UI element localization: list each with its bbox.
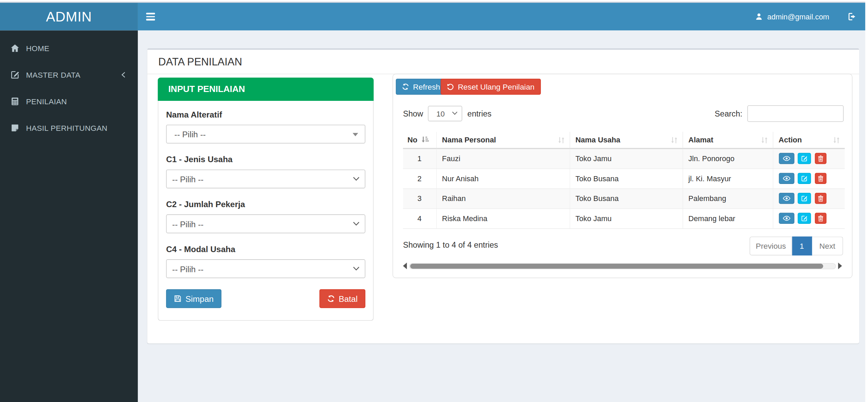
scroll-left-arrow-icon[interactable] [403, 263, 407, 269]
showing-entries-text: Showing 1 to 4 of 4 entries [403, 241, 498, 249]
pagination: Previous 1 Next [750, 236, 843, 255]
cell-nama-usaha: Toko Busana [569, 188, 682, 208]
edit-icon [801, 175, 808, 182]
table-row: 3 Raihan Toko Busana Palembang [403, 188, 845, 208]
table-row: 2 Nur Anisah Toko Busana jl. Ki. Masyur [403, 168, 845, 188]
column-header-no[interactable]: No [403, 132, 436, 149]
sidebar-item-master-data[interactable]: MASTER DATA [0, 62, 138, 88]
brand-logo[interactable]: ADMIN [0, 3, 138, 30]
field-label-c2: C2 - Jumlah Pekerja [166, 199, 365, 209]
entries-label: entries [467, 109, 492, 118]
refresh-button[interactable]: Refresh [396, 79, 446, 95]
panel-title: INPUT PENILAIAN [158, 78, 373, 101]
content-area: DATA PENILAIAN INPUT PENILAIAN Nama Alte… [138, 30, 868, 402]
edit-icon [801, 215, 808, 222]
trash-icon [818, 175, 824, 182]
cell-alamat: Jln. Ponorogo [682, 149, 773, 169]
sidebar-item-penilaian[interactable]: PENILAIAN [0, 88, 138, 115]
cell-alamat: Demang lebar [682, 208, 773, 228]
cell-action [773, 168, 845, 188]
sort-both-icon [670, 136, 678, 144]
save-button-label: Simpan [186, 294, 214, 304]
entries-length-control: Show 10 entries [403, 106, 492, 122]
edit-button[interactable] [798, 193, 811, 204]
edit-button[interactable] [798, 153, 811, 164]
search-input[interactable] [747, 105, 843, 122]
home-icon [9, 44, 21, 52]
pagination-previous[interactable]: Previous [750, 236, 792, 255]
note-icon [9, 124, 21, 133]
cell-action [773, 188, 845, 208]
save-button[interactable]: Simpan [166, 289, 221, 308]
delete-button[interactable] [815, 213, 826, 224]
sidebar-item-label: HOME [26, 44, 49, 52]
sidebar-item-hasil-perhitungan[interactable]: HASIL PERHITUNGAN [0, 115, 138, 141]
sidebar-item-home[interactable]: HOME [0, 35, 138, 61]
column-header-alamat[interactable]: Alamat [682, 132, 773, 149]
column-label: Alamat [688, 136, 713, 144]
table-header-row: NoNama PersonalNama UsahaAlamatAction [403, 132, 845, 149]
select-value: -- Pilih -- [174, 129, 206, 139]
navbar-right: admin@gmail.com [745, 3, 868, 30]
delete-button[interactable] [815, 173, 826, 184]
data-penilaian-card: DATA PENILAIAN INPUT PENILAIAN Nama Alte… [147, 48, 859, 343]
sidebar-item-label: MASTER DATA [26, 71, 80, 79]
sort-both-icon [760, 136, 768, 144]
search-label: Search: [715, 109, 742, 118]
sidebar-toggle-button[interactable] [138, 3, 163, 30]
column-label: No [407, 136, 417, 144]
scroll-right-arrow-icon[interactable] [838, 263, 842, 269]
field-label-nama-alteratif: Nama Alteratif [166, 110, 365, 119]
column-label: Nama Personal [442, 136, 496, 144]
chevron-left-icon [120, 71, 127, 79]
signout-button[interactable] [839, 3, 865, 30]
cell-nama-personal: Raihan [436, 188, 570, 208]
cell-no: 4 [403, 208, 436, 228]
sign-out-icon [848, 12, 856, 21]
top-navbar: ADMIN admin@gmail.com [0, 3, 868, 30]
pagination-next[interactable]: Next [812, 236, 843, 255]
view-button[interactable] [778, 213, 794, 224]
edit-icon [801, 155, 808, 162]
undo-icon [447, 83, 454, 90]
table-row: 1 Fauzi Toko Jamu Jln. Ponorogo [403, 149, 845, 169]
sort-amount-asc-icon [421, 136, 430, 143]
c4-modal-usaha-select[interactable]: -- Pilih -- [166, 259, 365, 278]
hamburger-icon [146, 13, 155, 14]
search-control: Search: [715, 105, 844, 122]
save-icon [174, 295, 182, 303]
column-header-action[interactable]: Action [773, 132, 845, 149]
delete-button[interactable] [815, 193, 826, 204]
cell-alamat: Palembang [682, 188, 773, 208]
c2-jumlah-pekerja-select[interactable]: -- Pilih -- [166, 214, 365, 233]
c1-jenis-usaha-select[interactable]: -- Pilih -- [166, 170, 365, 188]
column-header-nama-usaha[interactable]: Nama Usaha [569, 132, 682, 149]
entries-length-select[interactable]: 10 [428, 106, 463, 122]
field-c2-jumlah-pekerja: -- Pilih -- [166, 214, 365, 233]
view-button[interactable] [778, 173, 794, 184]
edit-button[interactable] [798, 213, 811, 224]
cancel-button[interactable]: Batal [319, 289, 365, 308]
user-menu[interactable]: admin@gmail.com [745, 3, 839, 30]
view-button[interactable] [778, 153, 794, 164]
table-row: 4 Riska Medina Toko Jamu Demang lebar [403, 208, 845, 228]
reset-penilaian-button[interactable]: Reset Ulang Penilaian [441, 79, 541, 95]
view-button[interactable] [778, 193, 794, 204]
column-label: Nama Usaha [576, 136, 621, 144]
edit-square-icon [9, 71, 21, 79]
cell-nama-personal: Riska Medina [436, 208, 570, 228]
scrollbar-track[interactable] [409, 263, 836, 269]
column-header-nama-personal[interactable]: Nama Personal [436, 132, 570, 149]
panel-body: Nama Alteratif -- Pilih -- C1 - Jenis Us… [158, 101, 373, 321]
nama-alteratif-select[interactable]: -- Pilih -- [166, 125, 365, 143]
scrollbar-thumb[interactable] [410, 263, 823, 268]
delete-button[interactable] [815, 153, 826, 164]
edit-button[interactable] [798, 173, 811, 184]
field-label-c4: C4 - Modal Usaha [166, 244, 365, 254]
pagination-page-1[interactable]: 1 [792, 236, 812, 255]
horizontal-scrollbar [403, 262, 842, 270]
application-window: ADMIN admin@gmail.com [0, 0, 868, 402]
field-c4-modal-usaha: -- Pilih -- [166, 259, 365, 278]
edit-icon [801, 195, 808, 202]
table-body: 1 Fauzi Toko Jamu Jln. Ponorogo 2 Nur [403, 149, 845, 228]
